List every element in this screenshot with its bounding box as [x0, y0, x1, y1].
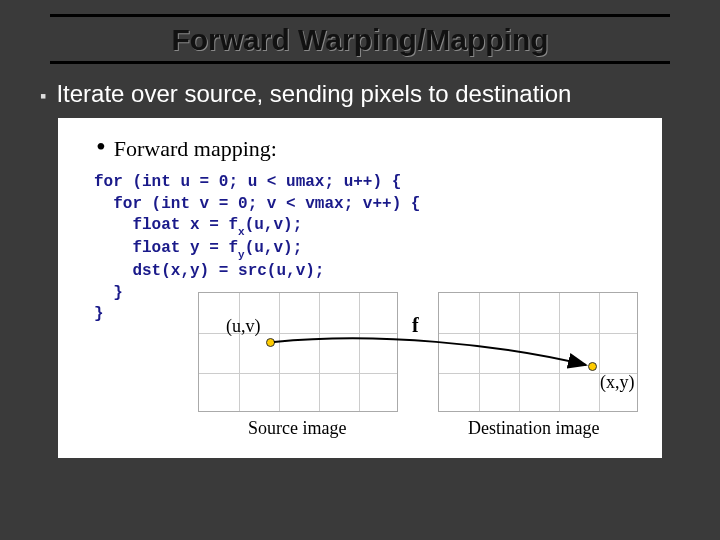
bullet-text: Iterate over source, sending pixels to d… [56, 80, 571, 108]
xy-label: (x,y) [600, 372, 635, 393]
bullet-row: ▪ Iterate over source, sending pixels to… [34, 80, 686, 110]
slide: Forward Warping/Mapping ▪ Iterate over s… [0, 0, 720, 540]
destination-caption: Destination image [468, 418, 599, 439]
grid-line [439, 333, 637, 334]
sub-bullet-row: • Forward mapping: [68, 136, 652, 162]
grid-line [319, 293, 320, 411]
code-line-5: dst(x,y) = src(u,v); [94, 262, 324, 280]
source-grid [198, 292, 398, 412]
sub-bullet-marker: • [96, 136, 106, 158]
code-line-3b: (u,v); [245, 216, 303, 234]
slide-title: Forward Warping/Mapping [50, 17, 670, 61]
uv-label: (u,v) [226, 316, 261, 337]
code-line-2: for (int v = 0; v < vmax; v++) { [94, 195, 420, 213]
source-caption: Source image [248, 418, 346, 439]
code-line-1: for (int u = 0; u < umax; u++) { [94, 173, 401, 191]
grid-line [359, 293, 360, 411]
grid-line [519, 293, 520, 411]
code-sub-y: y [238, 249, 245, 261]
f-label: f [412, 314, 419, 337]
code-line-3a: float x = f [94, 216, 238, 234]
content-panel: • Forward mapping: for (int u = 0; u < u… [58, 118, 662, 458]
grid-line [279, 293, 280, 411]
code-line-4a: float y = f [94, 239, 238, 257]
diagram: (u,v) (x,y) f Source image Destination i… [58, 282, 662, 452]
grid-line [599, 293, 600, 411]
sub-bullet-text: Forward mapping: [114, 136, 277, 162]
grid-line [479, 293, 480, 411]
source-point [266, 338, 275, 347]
code-sub-x: x [238, 226, 245, 238]
destination-grid [438, 292, 638, 412]
bullet-marker: ▪ [40, 82, 46, 110]
code-line-4b: (u,v); [245, 239, 303, 257]
slide-body: ▪ Iterate over source, sending pixels to… [0, 64, 720, 458]
title-block: Forward Warping/Mapping [0, 0, 720, 64]
grid-line [559, 293, 560, 411]
grid-line [199, 373, 397, 374]
destination-point [588, 362, 597, 371]
grid-line [239, 293, 240, 411]
